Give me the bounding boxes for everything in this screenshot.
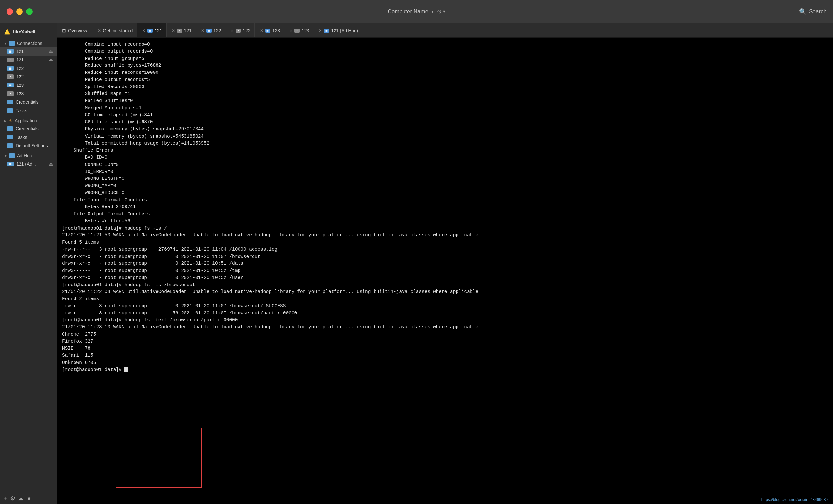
- tab-121-adhoc[interactable]: ✕ ▦ 121 (Ad Hoc): [313, 23, 362, 37]
- tab-122-xterm[interactable]: ✕ ✕ 122: [225, 23, 255, 37]
- terminal-line: drwxr-xr-x - root supergroup 0 2021-01-2…: [62, 260, 828, 267]
- tab-overview[interactable]: ⊞ Overview: [57, 23, 92, 37]
- terminal-line: Reduce input records=10000: [62, 69, 828, 76]
- terminal-line: Physical memory (bytes) snapshot=2970173…: [62, 126, 828, 133]
- computer-name-dropdown-icon[interactable]: ▾: [431, 9, 434, 14]
- sidebar-item-default-settings[interactable]: Default Settings: [0, 142, 57, 150]
- tab-getting-started-label: Getting started: [103, 28, 133, 33]
- sidebar-item-credentials-conn[interactable]: Credentials: [0, 98, 57, 106]
- terminal-line: drwxr-xr-x - root supergroup 0 2021-01-2…: [62, 274, 828, 282]
- xterm-icon-122b: ✕: [7, 74, 14, 79]
- tab-hadoop-icon-121: ▦: [147, 29, 152, 32]
- eject-icon-121adhoc[interactable]: ⏏: [49, 161, 53, 167]
- terminal-line: WRONG_MAP=0: [62, 182, 828, 190]
- adhoc-folder-icon: [9, 153, 15, 158]
- maximize-button[interactable]: [26, 8, 32, 15]
- sidebar-item-tasks-conn[interactable]: Tasks: [0, 106, 57, 115]
- terminal-line: [root@hadoop01 data]#: [62, 367, 828, 374]
- sidebar-app-header: ⚠️ likeXshell: [0, 26, 57, 37]
- terminal-line: Reduce input groups=5: [62, 55, 828, 62]
- tab-123-xterm[interactable]: ✕ ✕ 123: [284, 23, 313, 37]
- terminal-line: Firefox 327: [62, 338, 828, 345]
- eject-icon-121a[interactable]: ⏏: [49, 49, 53, 54]
- tab-close-123-hadoop[interactable]: ✕: [260, 28, 263, 33]
- computer-name-label: Computer Name: [387, 8, 428, 15]
- tab-121-hadoop[interactable]: ✕ ▦ 121: [137, 23, 166, 37]
- main-container: ⚠️ likeXshell ▼ Connections ▦ 121 ⏏ ✕ 12…: [0, 23, 833, 504]
- connection-status-icon[interactable]: ⊙ ▾: [437, 8, 445, 15]
- add-connection-icon[interactable]: +: [4, 495, 7, 502]
- terminal-line: Bytes Written=56: [62, 218, 828, 225]
- sidebar-tasks-conn-label: Tasks: [16, 108, 27, 113]
- tab-121-adhoc-label: 121 (Ad Hoc): [331, 28, 358, 33]
- terminal-area[interactable]: Combine input records=0 Combine output r…: [57, 38, 833, 504]
- sidebar-adhoc-section[interactable]: ▼ Ad Hoc: [0, 150, 57, 160]
- tab-122-hadoop-label: 122: [213, 28, 221, 33]
- terminal-line: Shuffle Errors: [62, 147, 828, 154]
- tab-xterm-icon-122: ✕: [236, 29, 241, 32]
- sidebar-item-123b-label: 123: [16, 91, 24, 96]
- tab-121-xterm[interactable]: ✕ ✕ 121: [167, 23, 196, 37]
- adhoc-label: Ad Hoc: [17, 153, 32, 158]
- tab-122-hadoop[interactable]: ✕ ▦ 122: [196, 23, 225, 37]
- sidebar-item-122a-label: 122: [16, 66, 24, 71]
- search-label[interactable]: Search: [809, 8, 827, 15]
- app-icon: ⚠️: [4, 29, 10, 35]
- sidebar-item-122-xterm[interactable]: ✕ 122: [0, 73, 57, 81]
- tab-close-122-hadoop[interactable]: ✕: [201, 28, 204, 33]
- tab-getting-started[interactable]: ✕ Getting started: [92, 23, 137, 37]
- titlebar-center: Computer Name ▾ ⊙ ▾: [387, 8, 445, 15]
- tab-xterm-icon-123: ✕: [294, 29, 300, 32]
- connections-folder-icon: [9, 41, 15, 46]
- tab-close-121-adhoc[interactable]: ✕: [318, 28, 322, 33]
- tab-close-122-xterm[interactable]: ✕: [230, 28, 234, 33]
- tab-close-121-xterm[interactable]: ✕: [172, 28, 175, 33]
- app-name-label: likeXshell: [13, 29, 35, 34]
- sidebar-item-122-hadoop[interactable]: ▦ 122: [0, 64, 57, 73]
- terminal-line: Unknown 6705: [62, 359, 828, 367]
- sidebar: ⚠️ likeXshell ▼ Connections ▦ 121 ⏏ ✕ 12…: [0, 23, 57, 504]
- terminal-line: [root@hadoop01 data]# hadoop fs -ls /bro…: [62, 282, 828, 289]
- eject-icon-121b[interactable]: ⏏: [49, 57, 53, 62]
- terminal-line: Virtual memory (bytes) snapshot=54531850…: [62, 133, 828, 140]
- sidebar-item-123-hadoop[interactable]: ▦ 123: [0, 81, 57, 90]
- tab-123-hadoop[interactable]: ✕ ▦ 123: [255, 23, 284, 37]
- sidebar-item-credentials-app[interactable]: Credentials: [0, 125, 57, 133]
- sidebar-connections-section[interactable]: ▼ Connections: [0, 37, 57, 47]
- star-icon[interactable]: ★: [26, 495, 31, 502]
- hadoop-icon-121a: ▦: [7, 49, 14, 54]
- application-label: Application: [15, 118, 37, 123]
- tab-bar: ⊞ Overview ✕ Getting started ✕ ▦ 121 ✕ ✕…: [57, 23, 833, 38]
- terminal-line: Chrome 2775: [62, 331, 828, 338]
- sidebar-item-121-xterm[interactable]: ✕ 121 ⏏: [0, 56, 57, 64]
- sidebar-item-121b-label: 121: [16, 57, 24, 62]
- footer-link[interactable]: https://blog.csdn.net/weixin_43469680: [761, 498, 828, 502]
- terminal-line: 21/01/20 11:21:50 WARN util.NativeCodeLo…: [62, 232, 828, 239]
- sidebar-item-123-xterm[interactable]: ✕ 123: [0, 90, 57, 98]
- sidebar-application-section[interactable]: ▶ ⚠ Application: [0, 115, 57, 125]
- cloud-icon[interactable]: ☁: [18, 495, 24, 502]
- titlebar-search[interactable]: 🔍 Search: [799, 8, 827, 15]
- sidebar-item-123a-label: 123: [16, 82, 24, 88]
- settings-icon[interactable]: ⚙: [10, 495, 15, 502]
- terminal-line: Spilled Records=20000: [62, 83, 828, 91]
- tab-close-121-hadoop[interactable]: ✕: [142, 28, 145, 33]
- terminal-line: 21/01/20 11:22:04 WARN util.NativeCodeLo…: [62, 288, 828, 296]
- sidebar-item-121-adhoc[interactable]: ▦ 121 (Ad... ⏏: [0, 160, 57, 168]
- sidebar-item-tasks-app[interactable]: Tasks: [0, 133, 57, 142]
- close-button[interactable]: [6, 8, 13, 15]
- hadoop-icon-123a: ▦: [7, 83, 14, 87]
- tab-close-123-xterm[interactable]: ✕: [289, 28, 292, 33]
- sidebar-item-121-hadoop[interactable]: ▦ 121 ⏏: [0, 47, 57, 56]
- tab-hadoop-icon-123: ▦: [265, 29, 270, 32]
- sidebar-item-121adhoc-label: 121 (Ad...: [16, 161, 36, 167]
- terminal-line: MSIE 78: [62, 345, 828, 352]
- terminal-line: Merged Map outputs=1: [62, 105, 828, 112]
- terminal-line: Found 2 items: [62, 296, 828, 303]
- tab-close-getting-started[interactable]: ✕: [98, 28, 101, 33]
- minimize-button[interactable]: [16, 8, 23, 15]
- terminal-line: -rw-r--r-- 3 root supergroup 2769741 202…: [62, 246, 828, 253]
- overview-grid-icon: ⊞: [62, 28, 66, 33]
- terminal-line: IO_ERROR=0: [62, 169, 828, 176]
- content-area: ⊞ Overview ✕ Getting started ✕ ▦ 121 ✕ ✕…: [57, 23, 833, 504]
